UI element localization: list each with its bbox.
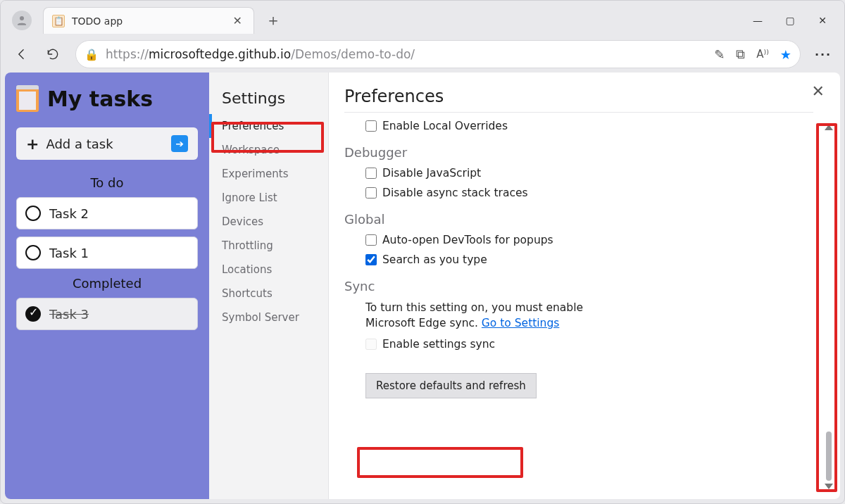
task-item[interactable]: Task 1 [16,237,198,269]
task-label: Task 1 [49,246,89,260]
svg-point-0 [20,16,24,20]
disable-js-row[interactable]: Disable JavaScript [365,167,813,179]
disable-js-checkbox[interactable] [365,168,377,179]
scroll-up-arrow[interactable] [825,125,833,130]
browser-menu-button[interactable]: ··· [809,40,837,68]
close-window-button[interactable]: ✕ [806,6,839,34]
settings-item-throttling[interactable]: Throttling [209,234,328,258]
scroll-down-arrow[interactable] [825,484,833,489]
section-todo-heading: To do [16,175,198,190]
add-task-button[interactable]: + Add a task ➔ [16,127,198,160]
maximize-button[interactable]: ▢ [774,6,806,34]
app-title: My tasks [16,85,198,112]
browser-titlebar: 📋 TODO app ✕ ＋ — ▢ ✕ [1,1,844,36]
lock-icon: 🔒 [84,48,99,61]
minimize-button[interactable]: — [741,6,774,34]
debugger-heading: Debugger [344,145,813,160]
settings-item-ignore-list[interactable]: Ignore List [209,186,328,210]
browser-tab[interactable]: 📋 TODO app ✕ [43,7,254,34]
scrollbar[interactable] [822,125,836,489]
profile-avatar[interactable] [12,11,32,30]
scroll-track[interactable] [825,133,833,481]
new-tab-button[interactable]: ＋ [261,8,285,32]
add-task-label: Add a task [46,137,113,151]
auto-open-row[interactable]: Auto-open DevTools for popups [365,234,813,246]
disable-async-checkbox[interactable] [365,187,377,199]
settings-heading: Settings [209,89,328,114]
section-completed-heading: Completed [16,276,198,291]
read-aloud-icon[interactable]: A⁾⁾ [756,48,769,61]
app-title-text: My tasks [47,87,153,111]
collections-icon[interactable]: ⧉ [736,46,745,62]
settings-item-experiments[interactable]: Experiments [209,162,328,186]
search-as-you-type-row[interactable]: Search as you type [365,253,813,266]
window-controls: — ▢ ✕ [741,6,844,34]
settings-item-preferences[interactable]: Preferences [209,114,328,138]
settings-item-symbol-server[interactable]: Symbol Server [209,305,328,329]
enable-local-overrides-checkbox[interactable] [365,120,377,132]
task-item[interactable]: Task 2 [16,197,198,229]
refresh-button[interactable] [39,40,67,68]
address-bar[interactable]: 🔒 https://microsoftedge.github.io/Demos/… [75,40,801,68]
settings-sidebar: Settings PreferencesWorkspaceExperiments… [209,73,329,499]
close-panel-button[interactable]: ✕ [812,82,825,100]
enable-local-overrides-row[interactable]: Enable Local Overrides [365,120,813,132]
favorite-star-icon[interactable]: ★ [780,47,791,62]
task-check-icon[interactable] [25,306,41,322]
submit-arrow-icon[interactable]: ➔ [171,135,188,152]
preferences-heading: Preferences [344,87,813,113]
task-label: Task 2 [49,206,89,221]
page-content: My tasks + Add a task ➔ To do Task 2Task… [5,73,840,499]
settings-item-devices[interactable]: Devices [209,210,328,234]
task-label: Task 3 [49,307,89,322]
task-circle-icon[interactable] [25,245,41,260]
go-to-settings-link[interactable]: Go to Settings [482,317,559,329]
auto-open-checkbox[interactable] [365,234,377,246]
tab-close-button[interactable]: ✕ [230,11,245,30]
clipboard-icon: 📋 [52,15,65,27]
highlight-restore [357,447,523,478]
task-item-done[interactable]: Task 3 [16,298,198,330]
todo-app-sidebar: My tasks + Add a task ➔ To do Task 2Task… [5,73,209,499]
sync-heading: Sync [344,279,813,294]
search-as-you-type-checkbox[interactable] [365,254,377,265]
clipboard-icon [16,85,39,112]
global-heading: Global [344,212,813,227]
settings-item-locations[interactable]: Locations [209,258,328,282]
url-text: https://microsoftedge.github.io/Demos/de… [106,47,415,61]
restore-defaults-button[interactable]: Restore defaults and refresh [365,373,537,398]
disable-async-row[interactable]: Disable async stack traces [365,187,813,199]
plus-icon: + [26,135,39,153]
task-circle-icon[interactable] [25,206,41,221]
enable-sync-checkbox[interactable] [365,339,377,350]
tab-title: TODO app [72,15,230,27]
sync-message: To turn this setting on, you must enable… [365,301,633,331]
preferences-pane: ✕ Preferences Enable Local Overrides Deb… [329,73,840,499]
back-button[interactable] [8,40,36,68]
browser-toolbar: 🔒 https://microsoftedge.github.io/Demos/… [1,36,844,73]
settings-item-shortcuts[interactable]: Shortcuts [209,282,328,305]
edit-page-icon[interactable]: ✎ [714,47,725,62]
scroll-thumb[interactable] [826,431,832,481]
enable-sync-row[interactable]: Enable settings sync [365,338,813,351]
settings-item-workspace[interactable]: Workspace [209,138,328,162]
